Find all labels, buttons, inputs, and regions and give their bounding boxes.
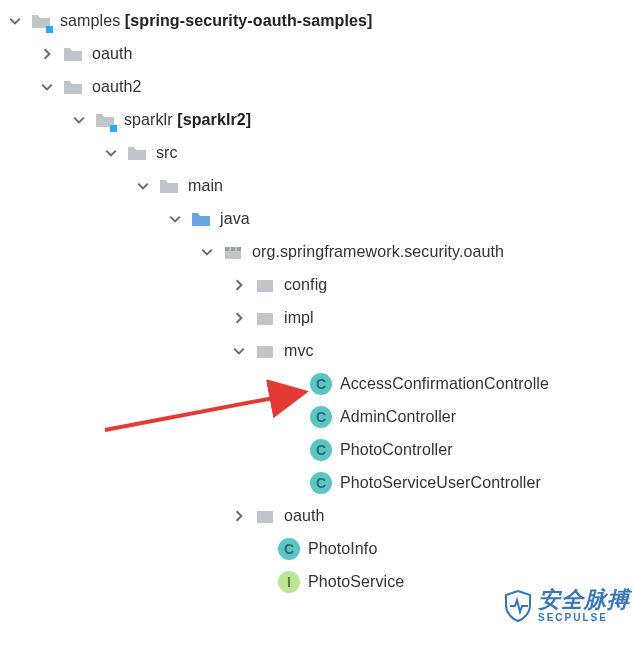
tree-label: main — [188, 177, 223, 195]
package-icon — [254, 307, 276, 329]
tree-label: PhotoInfo — [308, 540, 377, 558]
source-folder-icon — [190, 208, 212, 230]
tree-row-oauth2[interactable]: oauth2 — [6, 70, 634, 103]
chevron-down-icon[interactable] — [102, 144, 120, 162]
svg-rect-1 — [225, 247, 229, 251]
tree-row-class-photo[interactable]: C PhotoController — [6, 433, 634, 466]
chevron-down-icon[interactable] — [166, 210, 184, 228]
tree-label: org.springframework.security.oauth — [252, 243, 504, 261]
watermark-en: SECPULSE — [538, 613, 630, 623]
tree-row-oauth-pkg[interactable]: oauth — [6, 499, 634, 532]
svg-rect-6 — [257, 346, 273, 358]
tree-label: samples [spring-security-oauth-samples] — [60, 12, 372, 30]
package-icon — [222, 241, 244, 263]
svg-rect-3 — [237, 247, 241, 251]
package-icon — [254, 340, 276, 362]
tree-label: sparklr [sparklr2] — [124, 111, 251, 129]
chevron-down-icon[interactable] — [198, 243, 216, 261]
tree-row-oauth[interactable]: oauth — [6, 37, 634, 70]
tree-row-java[interactable]: java — [6, 202, 634, 235]
class-icon: C — [310, 439, 332, 461]
svg-rect-5 — [257, 313, 273, 325]
tree-row-config[interactable]: config — [6, 268, 634, 301]
tree-label: AdminController — [340, 408, 456, 426]
chevron-right-icon[interactable] — [230, 507, 248, 525]
chevron-down-icon[interactable] — [70, 111, 88, 129]
class-icon: C — [310, 472, 332, 494]
package-icon — [254, 274, 276, 296]
chevron-down-icon[interactable] — [134, 177, 152, 195]
chevron-right-icon[interactable] — [38, 45, 56, 63]
tree-label: java — [220, 210, 250, 228]
shield-icon — [504, 590, 532, 622]
class-icon: C — [310, 406, 332, 428]
folder-icon — [158, 175, 180, 197]
tree-row-mvc[interactable]: mvc — [6, 334, 634, 367]
tree-label: PhotoServiceUserController — [340, 474, 541, 492]
tree-row-package[interactable]: org.springframework.security.oauth — [6, 235, 634, 268]
chevron-right-icon[interactable] — [230, 309, 248, 327]
tree-label: impl — [284, 309, 314, 327]
tree-label: mvc — [284, 342, 314, 360]
tree-label: src — [156, 144, 178, 162]
folder-icon — [126, 142, 148, 164]
watermark-secpulse: 安全脉搏 SECPULSE — [504, 589, 630, 623]
tree-label: oauth — [92, 45, 133, 63]
class-icon: C — [278, 538, 300, 560]
tree-row-class-psu[interactable]: C PhotoServiceUserController — [6, 466, 634, 499]
tree-label: PhotoController — [340, 441, 453, 459]
tree-label: AccessConfirmationControlle — [340, 375, 549, 393]
svg-rect-7 — [257, 511, 273, 523]
tree-row-photoinfo[interactable]: C PhotoInfo — [6, 532, 634, 565]
watermark-cn: 安全脉搏 — [538, 589, 630, 611]
tree-row-sparklr[interactable]: sparklr [sparklr2] — [6, 103, 634, 136]
tree-label: oauth — [284, 507, 325, 525]
tree-row-main[interactable]: main — [6, 169, 634, 202]
svg-rect-2 — [231, 247, 235, 251]
folder-icon — [62, 76, 84, 98]
tree-row-class-admin[interactable]: C AdminController — [6, 400, 634, 433]
chevron-right-icon[interactable] — [230, 276, 248, 294]
svg-rect-4 — [257, 280, 273, 292]
chevron-down-icon[interactable] — [38, 78, 56, 96]
tree-row-samples[interactable]: samples [spring-security-oauth-samples] — [6, 4, 634, 37]
class-icon: C — [310, 373, 332, 395]
tree-label: PhotoService — [308, 573, 404, 591]
tree-row-class-access[interactable]: C AccessConfirmationControlle — [6, 367, 634, 400]
chevron-down-icon[interactable] — [230, 342, 248, 360]
tree-label: config — [284, 276, 327, 294]
tree-row-src[interactable]: src — [6, 136, 634, 169]
project-tree: samples [spring-security-oauth-samples] … — [0, 0, 634, 598]
tree-label: oauth2 — [92, 78, 142, 96]
module-folder-icon — [94, 109, 116, 131]
module-folder-icon — [30, 10, 52, 32]
package-icon — [254, 505, 276, 527]
tree-row-impl[interactable]: impl — [6, 301, 634, 334]
interface-icon: I — [278, 571, 300, 593]
chevron-down-icon[interactable] — [6, 12, 24, 30]
folder-icon — [62, 43, 84, 65]
